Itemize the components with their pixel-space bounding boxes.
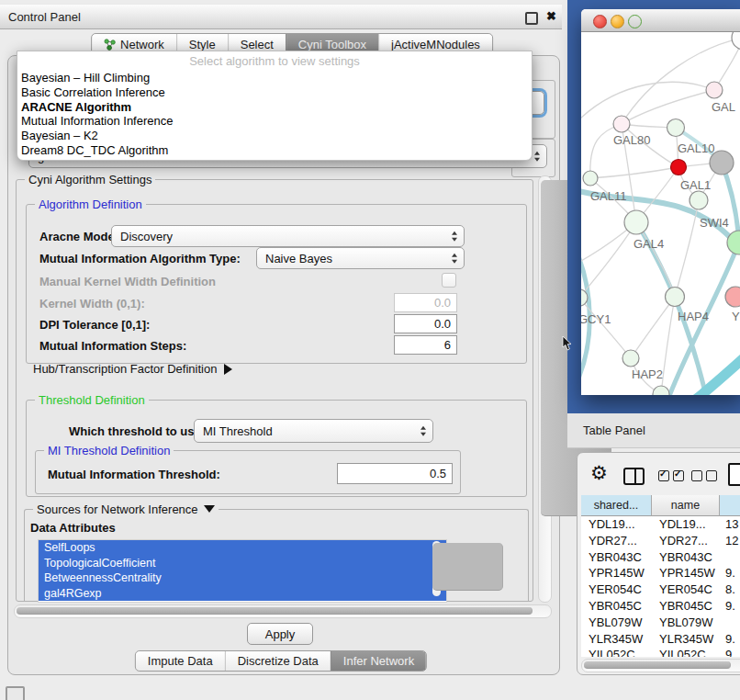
- column-header[interactable]: [720, 495, 740, 516]
- algorithm-option[interactable]: ARACNE Algorithm: [17, 100, 532, 115]
- dock-square-icon[interactable]: [6, 686, 25, 700]
- mi-threshold-definition-group: MI Threshold Definition Mutual Informati…: [35, 450, 461, 494]
- table-row[interactable]: YER054CYER054C8.: [581, 581, 740, 598]
- manual-kernel-checkbox[interactable]: [442, 273, 456, 288]
- table-settings-gear-icon[interactable]: [590, 464, 608, 482]
- node-label: GAL10: [678, 141, 714, 155]
- tab-label: Select: [241, 38, 274, 51]
- close-traffic-light[interactable]: [593, 15, 607, 28]
- table-cell: YBR045C: [581, 598, 652, 615]
- select-all-icon[interactable]: [658, 470, 684, 481]
- node-label: GCY1: [581, 312, 611, 326]
- data-attribute-item[interactable]: gal4RGexp: [39, 586, 446, 602]
- expand-arrow-icon[interactable]: [224, 364, 232, 375]
- mi-type-combobox[interactable]: Naive Bayes: [256, 247, 465, 269]
- network-node[interactable]: [613, 116, 630, 132]
- column-header[interactable]: name: [652, 495, 720, 516]
- deselect-all-icon[interactable]: [691, 470, 717, 481]
- table-row[interactable]: YDL19...YDL19...13: [581, 516, 740, 533]
- network-edge: [590, 124, 622, 178]
- zoom-traffic-light[interactable]: [628, 15, 642, 28]
- cyni-algorithm-settings-group: Cyni Algorithm Settings Algorithm Defini…: [16, 179, 533, 602]
- network-node[interactable]: [653, 386, 669, 395]
- table-rows: YDL19...YDL19...13YDR27...YDR27...12YBR0…: [581, 516, 740, 657]
- minimize-traffic-light[interactable]: [611, 15, 624, 28]
- apply-button-label: Apply: [265, 627, 296, 641]
- algorithm-dropdown-popup: Select algorithm to view settings Bayesi…: [17, 51, 533, 161]
- tab-label: jActiveMNodules: [391, 38, 480, 51]
- table-cell: YDR27...: [652, 533, 720, 549]
- table-horizontal-scrollbar[interactable]: [581, 659, 740, 672]
- table-row[interactable]: YLR345WYLR345W9.: [581, 631, 740, 648]
- mi-threshold-label: Mutual Information Threshold:: [48, 468, 220, 481]
- scrollbar-thumb[interactable]: [17, 607, 533, 615]
- table-cell: YBR043C: [652, 549, 720, 566]
- which-threshold-combobox[interactable]: MI Threshold: [194, 419, 433, 443]
- network-view[interactable]: GALGAL80GAL10GAL1GAL11SWI4GAL4HAP4YGCY1H…: [581, 32, 740, 395]
- dropdown-placeholder: Select algorithm to view settings: [17, 51, 532, 71]
- hub-definition-section[interactable]: Hub/Transcription Factor Definition: [33, 362, 232, 376]
- float-window-icon[interactable]: [525, 12, 538, 25]
- table-cell: YER054C: [581, 581, 652, 598]
- aracne-mode-combobox[interactable]: Discovery: [111, 225, 465, 247]
- mi-steps-field[interactable]: 6: [394, 335, 457, 355]
- table-row[interactable]: YBR045CYBR045C9.: [581, 598, 740, 615]
- combo-stepper-icon: [452, 254, 457, 264]
- algorithm-option[interactable]: Dream8 DC_TDC Algorithm: [17, 143, 532, 158]
- network-node[interactable]: [732, 32, 740, 50]
- settings-horizontal-scrollbar[interactable]: [14, 604, 552, 618]
- table-row[interactable]: YPR145WYPR145W9.: [581, 565, 740, 581]
- mi-threshold-field[interactable]: 0.5: [337, 463, 453, 484]
- table-panel-titlebar: Table Panel: [567, 413, 740, 448]
- table-row[interactable]: YBL079WYBL079W: [581, 615, 740, 631]
- tab-infer-network[interactable]: Infer Network: [331, 651, 426, 671]
- group-title: Cyni Algorithm Settings: [25, 173, 155, 186]
- network-edge: [581, 82, 714, 119]
- close-icon[interactable]: [546, 9, 556, 23]
- algorithm-option[interactable]: Basic Correlation Inference: [17, 85, 532, 100]
- checked-checkbox-icon: [673, 470, 684, 481]
- collapse-arrow-icon[interactable]: [204, 505, 215, 513]
- data-attribute-item[interactable]: BetweennessCentrality: [39, 570, 446, 586]
- dpi-tolerance-field[interactable]: 0.0: [394, 314, 457, 333]
- new-document-icon[interactable]: [728, 463, 740, 486]
- panel-title: Table Panel: [583, 423, 645, 437]
- scrollbar-thumb[interactable]: [432, 543, 503, 591]
- table-row[interactable]: YIL052CYIL052C9.: [581, 647, 740, 657]
- table-cell: YBR043C: [581, 549, 652, 566]
- checked-checkbox-icon: [658, 470, 669, 481]
- settings-vertical-scrollbar[interactable]: [538, 175, 552, 603]
- network-node[interactable]: [706, 82, 723, 98]
- table-row[interactable]: YDR27...YDR27...12: [581, 533, 740, 549]
- network-canvas[interactable]: GALGAL80GAL10GAL1GAL11SWI4GAL4HAP4YGCY1H…: [581, 32, 740, 395]
- kernel-width-value: 0.0: [434, 296, 451, 310]
- tab-discretize-data[interactable]: Discretize Data: [225, 651, 331, 671]
- table-cell: 8.: [720, 581, 740, 598]
- data-attributes-list[interactable]: SelfLoopsTopologicalCoefficientBetweenne…: [38, 539, 447, 603]
- algorithm-option[interactable]: Bayesian – K2: [17, 129, 532, 143]
- scrollbar-thumb[interactable]: [584, 661, 731, 669]
- network-window-titlebar[interactable]: [581, 9, 740, 32]
- algorithm-option[interactable]: Bayesian – Hill Climbing: [17, 71, 532, 85]
- network-node[interactable]: [624, 210, 648, 234]
- manual-kernel-label: Manual Kernel Width Definition: [39, 275, 216, 288]
- table-row[interactable]: YBR043CYBR043C: [581, 549, 740, 566]
- list-scrollbar[interactable]: [432, 541, 441, 596]
- split-columns-icon[interactable]: [623, 468, 645, 485]
- algorithm-option[interactable]: Mutual Information Inference: [17, 114, 532, 129]
- node-label: HAP4: [678, 310, 709, 323]
- network-node[interactable]: [710, 151, 734, 175]
- data-attribute-item[interactable]: SelfLoops: [39, 540, 446, 556]
- data-attribute-item[interactable]: TopologicalCoefficient: [39, 556, 446, 571]
- network-node[interactable]: [690, 191, 708, 209]
- tab-impute-data[interactable]: Impute Data: [136, 651, 225, 671]
- network-node[interactable]: [725, 287, 740, 307]
- network-node[interactable]: [666, 288, 685, 307]
- apply-button[interactable]: Apply: [247, 623, 313, 645]
- network-node[interactable]: [667, 119, 685, 137]
- network-node[interactable]: [622, 350, 639, 367]
- network-node[interactable]: [671, 160, 687, 175]
- network-node[interactable]: [583, 171, 598, 186]
- table-cell: 9.: [720, 631, 740, 648]
- column-header[interactable]: shared...: [581, 495, 652, 516]
